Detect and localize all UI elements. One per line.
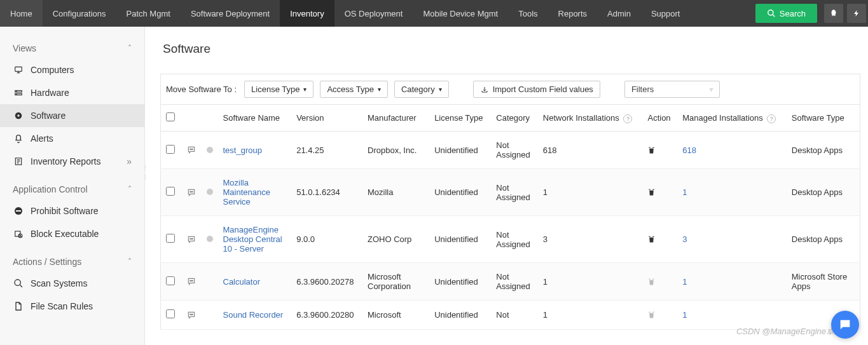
sidebar-item-prohibit-software[interactable]: Prohibit Software: [0, 200, 144, 222]
sidebar-resize-handle[interactable]: ⋮⋮: [142, 163, 148, 182]
managed-installs-link[interactable]: 1: [682, 187, 687, 197]
sidebar-section-application-control[interactable]: Application Control˄: [0, 173, 144, 200]
comment-icon[interactable]: [186, 188, 196, 197]
comment-icon[interactable]: [186, 145, 196, 154]
sidebar: Views˄ComputersHardwareSoftwareAlertsInv…: [0, 27, 145, 345]
sidebar-item-scan-systems[interactable]: Scan Systems: [0, 272, 144, 295]
software-name-link[interactable]: test_group: [223, 145, 262, 155]
svg-point-28: [192, 314, 193, 315]
sidebar-item-file-scan-rules[interactable]: File Scan Rules: [0, 295, 144, 318]
nav-software-deployment[interactable]: Software Deployment: [181, 0, 280, 27]
col-managed-installations: Managed Installations ?: [677, 105, 786, 132]
status-dot-icon: [207, 189, 213, 195]
help-icon[interactable]: ?: [623, 114, 632, 123]
svg-point-0: [768, 10, 773, 15]
access-type-dropdown[interactable]: Access Type▾: [320, 81, 387, 98]
manufacturer-cell: Dropbox, Inc.: [362, 132, 429, 169]
col-c-: [202, 105, 218, 132]
svg-point-16: [192, 149, 193, 149]
comment-icon[interactable]: [186, 277, 196, 286]
nav-home[interactable]: Home: [0, 0, 43, 27]
license-type-dropdown[interactable]: License Type▾: [244, 81, 313, 98]
select-all-checkbox[interactable]: [166, 112, 175, 121]
help-icon[interactable]: ?: [767, 114, 776, 123]
svg-point-19: [192, 191, 193, 192]
managed-installs-link[interactable]: 1: [682, 277, 687, 287]
filters-dropdown[interactable]: Filters▿: [624, 81, 720, 98]
sidebar-section-actions-settings[interactable]: Actions / Settings˄: [0, 245, 144, 272]
managed-installs-link[interactable]: 3: [682, 234, 687, 244]
delete-icon[interactable]: [647, 145, 672, 155]
managed-installs-link[interactable]: 1: [682, 310, 687, 320]
sidebar-item-block-executable[interactable]: Block Executable: [0, 222, 144, 245]
network-installs-cell: 1: [538, 169, 643, 216]
nav-configurations[interactable]: Configurations: [43, 0, 116, 27]
chevron-up-icon: ˄: [128, 257, 132, 266]
bolt-icon[interactable]: [847, 4, 866, 23]
monitor-icon: [13, 65, 24, 74]
nav-admin[interactable]: Admin: [597, 0, 641, 27]
sidebar-item-computers[interactable]: Computers: [0, 58, 144, 81]
version-cell: 51.0.1.6234: [291, 169, 362, 216]
col-software-name: Software Name: [218, 105, 292, 132]
svg-point-23: [189, 280, 190, 281]
svg-point-4: [17, 91, 17, 91]
delete-icon[interactable]: [647, 234, 672, 244]
col-c-: [161, 105, 181, 132]
row-checkbox[interactable]: [166, 234, 175, 243]
sidebar-section-views[interactable]: Views˄: [0, 32, 144, 58]
move-software-label: Move Software To :: [166, 85, 237, 94]
sidebar-item-inventory-reports[interactable]: Inventory Reports»: [0, 150, 144, 173]
sidebar-item-hardware[interactable]: Hardware: [0, 81, 144, 104]
bell-icon: [13, 134, 24, 143]
software-name-link[interactable]: ManageEngine Desktop Central 10 - Server: [223, 225, 282, 254]
managed-installs-link[interactable]: 618: [682, 145, 696, 155]
row-checkbox[interactable]: [166, 276, 175, 285]
svg-point-20: [189, 238, 190, 239]
nav-os-deployment[interactable]: OS Deployment: [334, 0, 413, 27]
software-icon: [13, 111, 24, 120]
software-name-link[interactable]: Mozilla Maintenance Service: [223, 178, 270, 206]
col-license-type: License Type: [429, 105, 491, 132]
col-c-: [181, 105, 202, 132]
delete-icon[interactable]: [647, 277, 672, 287]
software-type-cell: Microsoft Store Apps: [787, 263, 860, 301]
manufacturer-cell: ZOHO Corp: [362, 216, 429, 263]
col-network-installations: Network Installations ?: [538, 105, 643, 132]
nav-mobile-device-mgmt[interactable]: Mobile Device Mgmt: [413, 0, 508, 27]
comment-icon[interactable]: [186, 311, 196, 320]
svg-point-21: [191, 238, 191, 239]
prohibit-icon: [13, 206, 24, 215]
toolbar: Move Software To : License Type▾ Access …: [160, 74, 860, 104]
software-name-link[interactable]: Sound Recorder: [223, 310, 284, 320]
svg-point-7: [17, 114, 20, 117]
comment-icon[interactable]: [186, 235, 196, 244]
svg-point-13: [15, 280, 20, 285]
category-dropdown[interactable]: Category▾: [394, 81, 449, 98]
svg-point-5: [17, 94, 17, 95]
delete-icon[interactable]: [647, 310, 672, 320]
nav-inventory[interactable]: Inventory: [280, 0, 334, 27]
import-custom-fields-button[interactable]: Import Custom Field values: [473, 81, 600, 98]
search-button[interactable]: Search: [755, 4, 817, 23]
nav-patch-mgmt[interactable]: Patch Mgmt: [116, 0, 181, 27]
software-name-link[interactable]: Calculator: [223, 277, 261, 287]
nav-support[interactable]: Support: [641, 0, 691, 27]
version-cell: 9.0.0: [291, 216, 362, 263]
nav-reports[interactable]: Reports: [548, 0, 598, 27]
row-checkbox[interactable]: [166, 187, 175, 196]
chat-button[interactable]: [831, 311, 859, 339]
block-icon: [13, 229, 24, 238]
network-installs-cell: 1: [538, 263, 643, 301]
manufacturer-cell: Microsoft Corporation: [362, 263, 429, 301]
row-checkbox[interactable]: [166, 145, 175, 154]
sidebar-item-alerts[interactable]: Alerts: [0, 127, 144, 150]
row-checkbox[interactable]: [166, 309, 175, 318]
delete-icon[interactable]: [647, 187, 672, 197]
sidebar-item-software[interactable]: Software: [0, 104, 144, 127]
table-row: Calculator6.3.9600.20278Microsoft Corpor…: [161, 263, 860, 301]
filescan-icon: [13, 302, 24, 311]
rocket-icon[interactable]: [824, 4, 843, 23]
nav-tools[interactable]: Tools: [508, 0, 548, 27]
main-layout: Views˄ComputersHardwareSoftwareAlertsInv…: [0, 27, 868, 345]
